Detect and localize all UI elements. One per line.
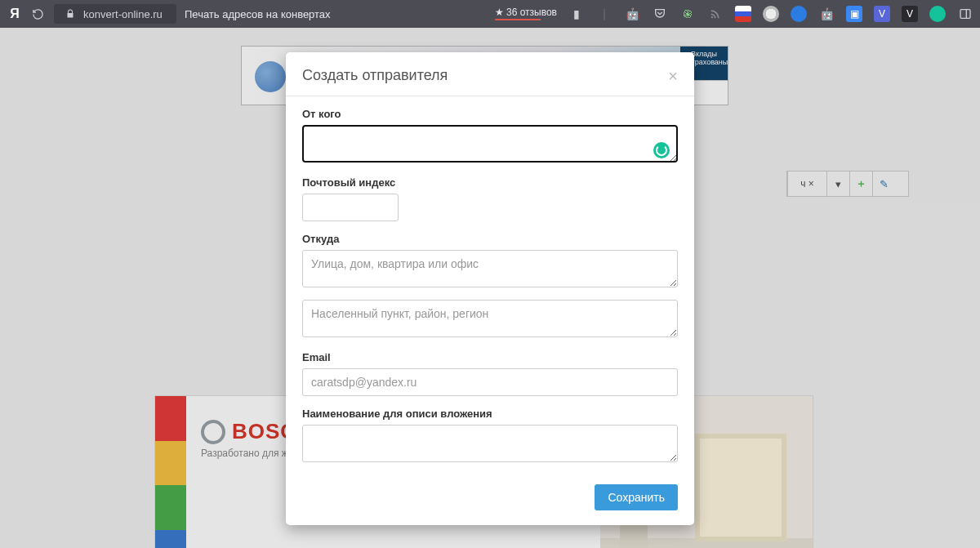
grammarly-icon[interactable] [653,142,670,158]
address-bar[interactable]: konvert-online.ru [54,4,176,24]
browser-toolbar: Я konvert-online.ru Печать адресов на ко… [0,0,980,28]
pocket-icon[interactable] [652,6,668,22]
label-from: От кого [302,108,678,120]
postal-field[interactable] [302,194,399,221]
browser-logo[interactable]: Я [7,6,23,22]
modal-title: Создать отправителя [302,67,448,84]
extension-v1-icon[interactable]: V [874,6,890,22]
reviews-badge[interactable]: ★ 36 отзывов [495,7,557,20]
modal-close-button[interactable]: × [668,68,678,84]
extension-v2-icon[interactable]: V [902,6,918,22]
extension-swirl-icon[interactable]: ֍ [679,6,696,22]
extension-disc-icon[interactable] [763,6,779,22]
email-field[interactable] [302,368,678,396]
reload-icon[interactable] [29,6,46,22]
create-sender-modal: Создать отправителя × От кого Почтовый и… [286,52,694,525]
save-button[interactable]: Сохранить [595,484,678,510]
svg-point-0 [711,16,713,18]
modal-footer: Сохранить [286,474,694,525]
address-line1-field[interactable] [302,250,678,287]
extension-camera-icon[interactable]: ▣ [846,6,862,22]
page-viewport: ⓘ✕ Вклады застрахованы ч × ▾ ＋ ✎ BOSCH Р… [0,28,980,548]
extension-flag-icon[interactable] [735,6,751,22]
modal-header: Создать отправителя × [286,52,694,96]
page-title: Печать адресов на конвертах [185,8,331,20]
svg-rect-1 [960,10,970,19]
label-postal: Почтовый индекс [302,176,678,189]
label-where: Откуда [302,233,678,245]
rss-icon[interactable] [707,6,724,22]
modal-body: От кого Почтовый индекс Откуда [286,96,694,474]
url-text: konvert-online.ru [83,8,163,20]
from-field[interactable] [302,125,678,163]
lock-icon [62,6,78,22]
divider-icon: | [596,6,612,22]
bookmark-icon[interactable]: ▮ [568,6,585,22]
address-line2-field[interactable] [302,300,678,337]
close-icon: × [668,67,678,85]
extension-robot2-icon[interactable]: 🤖 [818,6,835,22]
label-desc: Наименование для описи вложения [302,408,678,420]
description-field[interactable] [302,425,678,462]
label-email: Email [302,351,678,363]
extension-bookmark-blue-icon[interactable] [791,6,807,22]
sidebar-toggle-icon[interactable] [957,6,973,22]
modal-overlay[interactable]: Создать отправителя × От кого Почтовый и… [0,28,980,548]
extension-robot-icon[interactable]: 🤖 [624,6,640,22]
grammarly-ext-icon[interactable] [929,6,946,22]
